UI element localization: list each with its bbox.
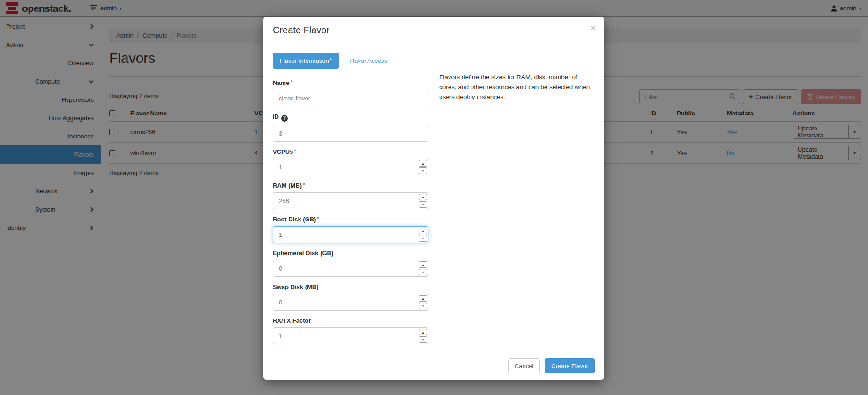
id-input[interactable] [273,125,428,142]
swap-disk-input[interactable] [273,294,428,311]
swap-disk-field-group: Swap Disk (MB) ▲▼ [273,283,428,311]
required-marker: * [294,148,296,154]
rxtx-factor-input[interactable] [273,327,428,344]
modal-tabs: Flavor Information* Flavor Access [273,53,595,69]
spinner-down-icon[interactable]: ▼ [419,201,427,208]
ephemeral-disk-label: Ephemeral Disk (GB) [273,250,428,257]
flavor-help-text: Flavors define the sizes for RAM, disk, … [439,73,593,102]
modal-footer: Cancel Create Flavor [263,351,604,380]
ephemeral-disk-input[interactable] [273,260,428,277]
name-field-group: Name* [273,79,428,106]
modal-title: Create Flavor [273,25,329,35]
spinner-down-icon[interactable]: ▼ [419,269,427,275]
spinner-down-icon[interactable]: ▼ [419,336,427,343]
id-label: ID? [273,113,428,122]
vcpus-field-group: VCPUs* ▲▼ [273,148,428,175]
spinner-down-icon[interactable]: ▼ [419,235,427,242]
name-input[interactable] [273,90,428,106]
required-marker: * [317,216,319,221]
root-disk-field-group: Root Disk (GB)* ▲▼ [273,216,428,243]
root-disk-input[interactable] [273,226,428,243]
spinner-down-icon[interactable]: ▼ [419,303,427,309]
spinner-up-icon[interactable]: ▲ [419,160,427,167]
ram-label: RAM (MB)* [273,182,428,189]
vcpus-input[interactable] [273,159,428,175]
spinner-up-icon[interactable]: ▲ [419,261,427,268]
close-icon[interactable]: × [591,23,596,32]
spinner-up-icon[interactable]: ▲ [419,295,427,302]
tab-flavor-information[interactable]: Flavor Information* [273,53,339,69]
cancel-button[interactable]: Cancel [508,358,540,373]
required-marker: * [330,57,332,63]
spinner-down-icon[interactable]: ▼ [419,167,427,174]
ram-input[interactable] [273,192,428,209]
ephemeral-disk-field-group: Ephemeral Disk (GB) ▲▼ [273,250,428,277]
create-flavor-submit-button[interactable]: Create Flavor [545,358,595,373]
ram-field-group: RAM (MB)* ▲▼ [273,182,428,209]
tab-flavor-access[interactable]: Flavor Access [349,57,387,64]
vcpus-label: VCPUs* [273,148,428,155]
swap-disk-label: Swap Disk (MB) [273,283,428,290]
id-field-group: ID? [273,113,428,142]
spinner-up-icon[interactable]: ▲ [419,329,427,335]
name-label: Name* [273,79,428,86]
modal-body: Flavor Information* Flavor Access Name* … [263,43,604,351]
modal-header: Create Flavor × [263,17,604,43]
root-disk-label: Root Disk (GB)* [273,216,428,223]
flavor-form: Name* ID? VCPUs* ▲▼ RAM (MB)* ▲▼ [273,79,428,344]
help-question-icon[interactable]: ? [281,115,288,122]
required-marker: * [290,79,292,85]
create-flavor-modal: Create Flavor × Flavor Information* Flav… [263,17,604,380]
required-marker: * [303,182,305,188]
spinner-up-icon[interactable]: ▲ [419,194,427,200]
spinner-up-icon[interactable]: ▲ [419,228,427,234]
rxtx-factor-field-group: RX/TX Factor ▲▼ [273,317,428,344]
rxtx-factor-label: RX/TX Factor [273,317,428,324]
